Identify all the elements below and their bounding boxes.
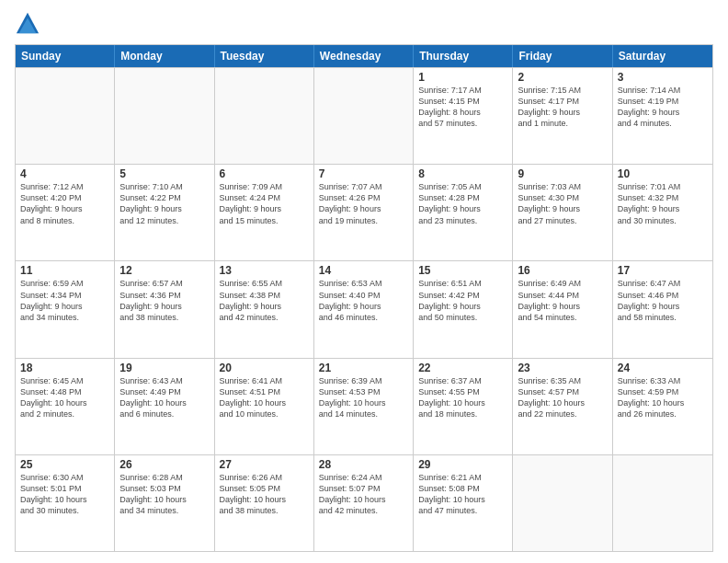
- calendar-cell: 21Sunrise: 6:39 AM Sunset: 4:53 PM Dayli…: [314, 359, 414, 454]
- cell-info: Sunrise: 6:37 AM Sunset: 4:55 PM Dayligh…: [418, 375, 507, 420]
- day-number: 16: [518, 264, 607, 277]
- calendar-week-row: 11Sunrise: 6:59 AM Sunset: 4:34 PM Dayli…: [16, 260, 712, 357]
- day-number: 5: [119, 167, 209, 180]
- cell-info: Sunrise: 7:07 AM Sunset: 4:26 PM Dayligh…: [319, 181, 408, 226]
- day-number: 23: [518, 362, 607, 374]
- calendar-cell: 1Sunrise: 7:17 AM Sunset: 4:15 PM Daylig…: [414, 68, 513, 164]
- day-number: 28: [319, 458, 408, 471]
- cell-info: Sunrise: 6:28 AM Sunset: 5:03 PM Dayligh…: [119, 472, 209, 517]
- day-number: 26: [119, 458, 209, 471]
- day-number: 15: [418, 264, 507, 277]
- page: SundayMondayTuesdayWednesdayThursdayFrid…: [0, 0, 728, 563]
- calendar-cell: 9Sunrise: 7:03 AM Sunset: 4:30 PM Daylig…: [513, 165, 612, 260]
- header: [15, 11, 713, 37]
- calendar-cell: 28Sunrise: 6:24 AM Sunset: 5:07 PM Dayli…: [314, 455, 414, 551]
- day-number: 19: [119, 362, 209, 374]
- day-number: 12: [119, 264, 209, 277]
- calendar-cell: 26Sunrise: 6:28 AM Sunset: 5:03 PM Dayli…: [115, 455, 214, 551]
- day-number: 29: [418, 458, 507, 471]
- calendar-cell: 17Sunrise: 6:47 AM Sunset: 4:46 PM Dayli…: [613, 261, 712, 357]
- calendar-header-row: SundayMondayTuesdayWednesdayThursdayFrid…: [16, 45, 712, 67]
- cell-info: Sunrise: 6:49 AM Sunset: 4:44 PM Dayligh…: [518, 278, 607, 323]
- calendar-cell: 15Sunrise: 6:51 AM Sunset: 4:42 PM Dayli…: [414, 261, 513, 357]
- cell-info: Sunrise: 6:41 AM Sunset: 4:51 PM Dayligh…: [220, 375, 309, 420]
- calendar-header-cell: Tuesday: [215, 45, 314, 67]
- calendar-cell: [115, 68, 214, 164]
- day-number: 25: [20, 458, 109, 471]
- cell-info: Sunrise: 6:24 AM Sunset: 5:07 PM Dayligh…: [319, 472, 408, 517]
- calendar-header-cell: Wednesday: [314, 45, 414, 67]
- calendar: SundayMondayTuesdayWednesdayThursdayFrid…: [15, 44, 713, 552]
- calendar-cell: 13Sunrise: 6:55 AM Sunset: 4:38 PM Dayli…: [215, 261, 314, 357]
- calendar-cell: 2Sunrise: 7:15 AM Sunset: 4:17 PM Daylig…: [513, 68, 612, 164]
- day-number: 22: [418, 362, 507, 374]
- cell-info: Sunrise: 6:30 AM Sunset: 5:01 PM Dayligh…: [20, 472, 109, 517]
- calendar-week-row: 1Sunrise: 7:17 AM Sunset: 4:15 PM Daylig…: [16, 67, 712, 164]
- cell-info: Sunrise: 6:51 AM Sunset: 4:42 PM Dayligh…: [418, 278, 507, 323]
- calendar-header-cell: Monday: [115, 45, 214, 67]
- day-number: 10: [618, 167, 708, 180]
- day-number: 14: [319, 264, 408, 277]
- calendar-cell: 25Sunrise: 6:30 AM Sunset: 5:01 PM Dayli…: [16, 455, 115, 551]
- cell-info: Sunrise: 6:55 AM Sunset: 4:38 PM Dayligh…: [220, 278, 309, 323]
- cell-info: Sunrise: 6:57 AM Sunset: 4:36 PM Dayligh…: [119, 278, 209, 323]
- cell-info: Sunrise: 7:03 AM Sunset: 4:30 PM Dayligh…: [518, 181, 607, 226]
- cell-info: Sunrise: 7:12 AM Sunset: 4:20 PM Dayligh…: [20, 181, 109, 226]
- calendar-cell: 6Sunrise: 7:09 AM Sunset: 4:24 PM Daylig…: [215, 165, 314, 260]
- cell-info: Sunrise: 6:43 AM Sunset: 4:49 PM Dayligh…: [119, 375, 209, 420]
- calendar-header-cell: Thursday: [414, 45, 513, 67]
- cell-info: Sunrise: 7:14 AM Sunset: 4:19 PM Dayligh…: [618, 85, 708, 130]
- cell-info: Sunrise: 6:53 AM Sunset: 4:40 PM Dayligh…: [319, 278, 408, 323]
- calendar-week-row: 4Sunrise: 7:12 AM Sunset: 4:20 PM Daylig…: [16, 164, 712, 260]
- calendar-cell: 12Sunrise: 6:57 AM Sunset: 4:36 PM Dayli…: [115, 261, 214, 357]
- calendar-cell: 19Sunrise: 6:43 AM Sunset: 4:49 PM Dayli…: [115, 359, 214, 454]
- calendar-cell: [613, 455, 712, 551]
- calendar-header-cell: Saturday: [613, 45, 712, 67]
- calendar-cell: 16Sunrise: 6:49 AM Sunset: 4:44 PM Dayli…: [513, 261, 612, 357]
- cell-info: Sunrise: 6:21 AM Sunset: 5:08 PM Dayligh…: [418, 472, 507, 517]
- cell-info: Sunrise: 7:09 AM Sunset: 4:24 PM Dayligh…: [220, 181, 309, 226]
- calendar-header-cell: Sunday: [16, 45, 115, 67]
- day-number: 18: [20, 362, 109, 374]
- day-number: 6: [220, 167, 309, 180]
- calendar-cell: 27Sunrise: 6:26 AM Sunset: 5:05 PM Dayli…: [215, 455, 314, 551]
- calendar-cell: 4Sunrise: 7:12 AM Sunset: 4:20 PM Daylig…: [16, 165, 115, 260]
- cell-info: Sunrise: 7:10 AM Sunset: 4:22 PM Dayligh…: [119, 181, 209, 226]
- logo: [15, 11, 44, 37]
- logo-icon: [15, 11, 40, 37]
- day-number: 20: [220, 362, 309, 374]
- day-number: 13: [220, 264, 309, 277]
- cell-info: Sunrise: 6:47 AM Sunset: 4:46 PM Dayligh…: [618, 278, 708, 323]
- cell-info: Sunrise: 7:15 AM Sunset: 4:17 PM Dayligh…: [518, 85, 607, 130]
- cell-info: Sunrise: 6:35 AM Sunset: 4:57 PM Dayligh…: [518, 375, 607, 420]
- cell-info: Sunrise: 6:26 AM Sunset: 5:05 PM Dayligh…: [220, 472, 309, 517]
- calendar-cell: 18Sunrise: 6:45 AM Sunset: 4:48 PM Dayli…: [16, 359, 115, 454]
- day-number: 11: [20, 264, 109, 277]
- calendar-cell: 24Sunrise: 6:33 AM Sunset: 4:59 PM Dayli…: [613, 359, 712, 454]
- calendar-cell: 10Sunrise: 7:01 AM Sunset: 4:32 PM Dayli…: [613, 165, 712, 260]
- calendar-cell: [16, 68, 115, 164]
- cell-info: Sunrise: 6:33 AM Sunset: 4:59 PM Dayligh…: [618, 375, 708, 420]
- calendar-cell: 23Sunrise: 6:35 AM Sunset: 4:57 PM Dayli…: [513, 359, 612, 454]
- calendar-cell: [513, 455, 612, 551]
- calendar-cell: 29Sunrise: 6:21 AM Sunset: 5:08 PM Dayli…: [414, 455, 513, 551]
- day-number: 27: [220, 458, 309, 471]
- cell-info: Sunrise: 6:39 AM Sunset: 4:53 PM Dayligh…: [319, 375, 408, 420]
- calendar-cell: 11Sunrise: 6:59 AM Sunset: 4:34 PM Dayli…: [16, 261, 115, 357]
- calendar-week-row: 25Sunrise: 6:30 AM Sunset: 5:01 PM Dayli…: [16, 454, 712, 551]
- day-number: 21: [319, 362, 408, 374]
- day-number: 9: [518, 167, 607, 180]
- day-number: 4: [20, 167, 109, 180]
- cell-info: Sunrise: 7:01 AM Sunset: 4:32 PM Dayligh…: [618, 181, 708, 226]
- cell-info: Sunrise: 7:05 AM Sunset: 4:28 PM Dayligh…: [418, 181, 507, 226]
- day-number: 8: [418, 167, 507, 180]
- calendar-week-row: 18Sunrise: 6:45 AM Sunset: 4:48 PM Dayli…: [16, 358, 712, 454]
- cell-info: Sunrise: 7:17 AM Sunset: 4:15 PM Dayligh…: [418, 85, 507, 130]
- day-number: 1: [418, 71, 507, 84]
- calendar-cell: 8Sunrise: 7:05 AM Sunset: 4:28 PM Daylig…: [414, 165, 513, 260]
- calendar-body: 1Sunrise: 7:17 AM Sunset: 4:15 PM Daylig…: [16, 67, 712, 551]
- calendar-cell: 20Sunrise: 6:41 AM Sunset: 4:51 PM Dayli…: [215, 359, 314, 454]
- calendar-header-cell: Friday: [513, 45, 612, 67]
- day-number: 7: [319, 167, 408, 180]
- calendar-cell: 7Sunrise: 7:07 AM Sunset: 4:26 PM Daylig…: [314, 165, 414, 260]
